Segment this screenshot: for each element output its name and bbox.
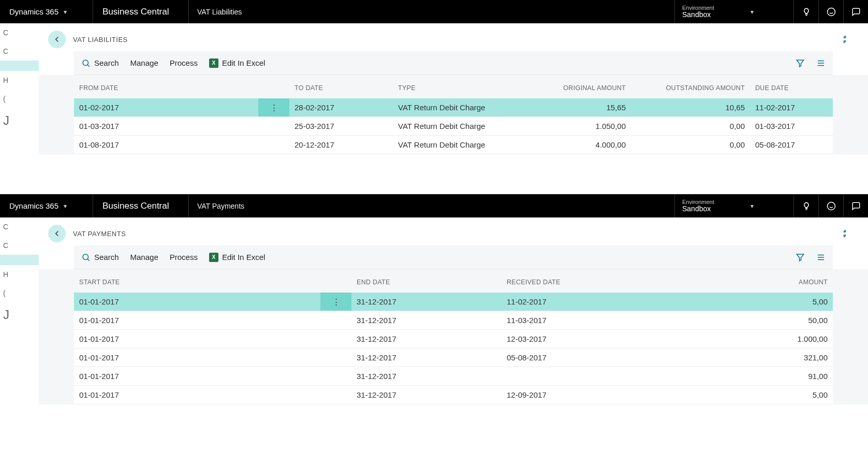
table-cell: 11-03-2017 (502, 311, 724, 330)
column-header[interactable]: AMOUNT (724, 271, 833, 293)
product-menu[interactable]: Dynamics 365▾ (0, 194, 93, 217)
table-cell: 28-02-2017 (289, 98, 393, 117)
column-header[interactable]: DUE DATE (750, 77, 833, 98)
excel-icon: X (209, 253, 218, 262)
filter-button[interactable] (796, 59, 805, 68)
row-menu-button[interactable] (320, 311, 351, 330)
table-cell: VAT Return Debit Charge (393, 117, 548, 136)
search-icon (81, 59, 91, 68)
edit-in-excel-action[interactable]: XEdit In Excel (209, 59, 265, 68)
table-row[interactable]: 01-02-2017⋮28-02-2017VAT Return Debit Ch… (74, 98, 833, 117)
row-menu-button[interactable]: ⋮ (320, 293, 351, 311)
feedback-button[interactable] (818, 0, 843, 23)
process-action[interactable]: Process (170, 59, 198, 67)
row-menu-button[interactable] (258, 117, 289, 136)
table-cell: VAT Return Debit Charge (393, 136, 548, 154)
chevron-down-icon: ▾ (751, 8, 754, 16)
table-row[interactable]: 01-03-201725-03-2017VAT Return Debit Cha… (74, 117, 833, 136)
table-row[interactable]: 01-08-201720-12-2017VAT Return Debit Cha… (74, 136, 833, 154)
table-cell: 31-12-2017 (351, 311, 502, 330)
table-cell: 0,00 (631, 117, 750, 136)
table-cell: 15,65 (548, 98, 631, 117)
table-cell: VAT Return Debit Charge (393, 98, 548, 117)
table-cell: 01-01-2017 (74, 367, 320, 386)
column-header[interactable]: ORIGINAL AMOUNT (548, 77, 631, 98)
collapse-button[interactable] (840, 229, 849, 238)
table-cell: 1.000,00 (724, 330, 833, 348)
table-cell: 01-01-2017 (74, 386, 320, 404)
data-grid: FROM DATETO DATETYPEORIGINAL AMOUNTOUTST… (74, 77, 833, 154)
column-header[interactable]: OUTSTANDING AMOUNT (631, 77, 750, 98)
product-label: Dynamics 365 (9, 7, 58, 16)
table-cell: 31-12-2017 (351, 386, 502, 404)
filter-button[interactable] (796, 253, 805, 262)
table-cell: 31-12-2017 (351, 367, 502, 386)
table-row[interactable]: 01-01-201731-12-201711-03-201750,00 (74, 311, 833, 330)
row-menu-button[interactable] (320, 367, 351, 386)
action-toolbar: SearchManageProcessXEdit In Excel (74, 51, 833, 75)
chevron-down-icon: ▾ (64, 8, 67, 16)
product-menu[interactable]: Dynamics 365▾ (0, 0, 93, 23)
excel-icon: X (209, 59, 218, 68)
column-header[interactable]: FROM DATE (74, 77, 289, 98)
table-cell: 50,00 (724, 311, 833, 330)
chat-button[interactable] (843, 194, 868, 217)
search-action[interactable]: Search (81, 59, 119, 68)
table-cell: 31-12-2017 (351, 330, 502, 348)
table-cell: 0,00 (631, 136, 750, 154)
product-label: Dynamics 365 (9, 201, 58, 210)
tips-button[interactable] (793, 194, 818, 217)
table-row[interactable]: 01-01-201731-12-201712-09-20175,00 (74, 386, 833, 404)
table-row[interactable]: 01-01-201731-12-201712-03-20171.000,00 (74, 330, 833, 348)
row-menu-button[interactable] (320, 330, 351, 348)
back-button[interactable] (48, 31, 66, 48)
env-picker[interactable]: EnvironmentSandbox▾ (674, 194, 793, 217)
feedback-button[interactable] (818, 194, 843, 217)
row-menu-button[interactable]: ⋮ (258, 98, 289, 117)
process-action[interactable]: Process (170, 253, 198, 261)
svg-point-1 (83, 60, 89, 66)
manage-action[interactable]: Manage (130, 253, 158, 261)
column-header[interactable]: START DATE (74, 271, 351, 293)
svg-point-0 (827, 8, 835, 16)
topbar: Dynamics 365▾Business CentralVAT Liabili… (0, 0, 868, 23)
column-header[interactable]: TO DATE (289, 77, 393, 98)
table-cell: 321,00 (724, 348, 833, 367)
row-menu-button[interactable] (258, 136, 289, 154)
table-cell: 05-08-2017 (502, 348, 724, 367)
list-mode-button[interactable] (816, 253, 826, 262)
page-card: VAT PAYMENTSSearchManageProcessXEdit In … (39, 217, 868, 415)
table-row[interactable]: 01-01-2017⋮31-12-201711-02-20175,00 (74, 293, 833, 311)
background-page: CCH(J (0, 23, 39, 194)
env-picker[interactable]: EnvironmentSandbox▾ (674, 0, 793, 23)
collapse-button[interactable] (840, 35, 849, 44)
app-name[interactable]: Business Central (93, 194, 189, 217)
table-cell: 11-02-2017 (750, 98, 833, 117)
list-mode-button[interactable] (816, 59, 826, 68)
column-header[interactable]: END DATE (351, 271, 502, 293)
row-menu-button[interactable] (320, 348, 351, 367)
app-name[interactable]: Business Central (93, 0, 189, 23)
column-header[interactable]: RECEIVED DATE (502, 271, 724, 293)
table-cell: 01-08-2017 (74, 136, 258, 154)
edit-in-excel-action[interactable]: XEdit In Excel (209, 253, 265, 262)
table-row[interactable]: 01-01-201731-12-201791,00 (74, 367, 833, 386)
action-toolbar: SearchManageProcessXEdit In Excel (74, 245, 833, 269)
svg-point-2 (827, 202, 835, 210)
chevron-down-icon: ▾ (751, 202, 754, 210)
table-row[interactable]: 01-01-201731-12-201705-08-2017321,00 (74, 348, 833, 367)
manage-action[interactable]: Manage (130, 59, 158, 67)
table-cell: 11-02-2017 (502, 293, 724, 311)
column-header[interactable]: TYPE (393, 77, 548, 98)
env-value: Sandbox (682, 11, 714, 19)
table-cell: 01-01-2017 (74, 330, 320, 348)
table-cell: 01-01-2017 (74, 293, 320, 311)
table-cell: 5,00 (724, 386, 833, 404)
table-cell: 01-03-2017 (750, 117, 833, 136)
table-cell: 01-02-2017 (74, 98, 258, 117)
tips-button[interactable] (793, 0, 818, 23)
chat-button[interactable] (843, 0, 868, 23)
search-action[interactable]: Search (81, 253, 119, 262)
row-menu-button[interactable] (320, 386, 351, 404)
back-button[interactable] (48, 225, 66, 242)
